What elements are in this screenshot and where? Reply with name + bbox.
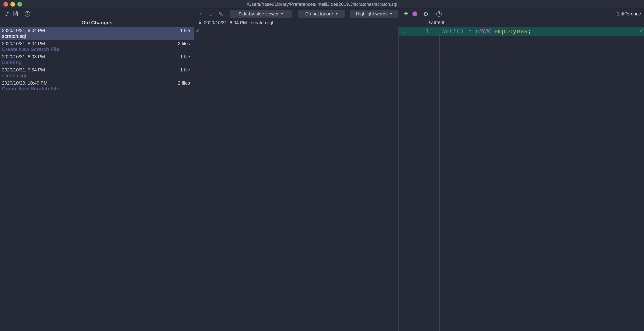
difference-count: 1 difference (617, 11, 641, 16)
history-panel: Old Changes 2020/10/31, 8:04 PM1 filescr… (0, 19, 194, 331)
entry-label: Deleting (2, 60, 22, 65)
entry-date: 2020/10/29, 10:49 PM (2, 80, 48, 86)
history-entry[interactable]: 2020/10/29, 10:49 PM2 filesCreate New Sc… (0, 80, 194, 93)
titlebar: /Users/fraser/Library/Preferences/Intell… (0, 0, 644, 9)
diff-left-title-text: 2020/10/31, 8:04 PM - scratch.sql (204, 20, 273, 25)
previous-difference-icon[interactable]: ↑ (198, 11, 204, 16)
collapse-unchanged-icon[interactable] (403, 10, 409, 17)
gear-icon[interactable]: ⚙ (423, 11, 429, 16)
app-window: /Users/fraser/Library/Preferences/Intell… (0, 0, 644, 331)
viewer-type-dropdown[interactable]: Side-by-side viewer (230, 10, 292, 18)
toolbar: ↺ ? ↑ ↓ ✎ Side-by-side viewer Do not ign… (0, 9, 644, 19)
revert-icon[interactable]: ↺ (4, 11, 10, 16)
entry-date: 2020/10/31, 8:04 PM (2, 28, 45, 33)
entry-file-count: 1 file (180, 67, 190, 72)
ignore-policy-dropdown[interactable]: Do not ignore (298, 10, 345, 18)
code-token (472, 28, 476, 35)
entry-date: 2020/10/31, 8:04 PM (2, 41, 45, 46)
entry-label: Create New Scratch File (2, 86, 59, 92)
history-entry[interactable]: 2020/10/31, 8:03 PM1 fileDeleting (0, 53, 194, 66)
entry-meta: 2020/10/31, 8:03 PM1 file (2, 54, 190, 60)
entry-meta: 2020/10/31, 8:04 PM2 files (2, 41, 190, 46)
history-entry[interactable]: 2020/10/31, 7:54 PM1 filescratch.sql (0, 66, 194, 80)
history-entries: 2020/10/31, 8:04 PM1 filescratch.sql2020… (0, 27, 194, 93)
entry-label: Create New Scratch File (2, 46, 59, 52)
entry-label: scratch.sql (2, 33, 26, 39)
entry-meta: 2020/10/31, 8:04 PM1 file (2, 28, 190, 33)
zoom-button[interactable] (17, 2, 22, 6)
entry-date: 2020/10/31, 8:03 PM (2, 54, 45, 60)
chevron-down-icon (390, 13, 392, 15)
entry-date: 2020/10/31, 7:54 PM (2, 67, 45, 72)
chevron-down-icon (281, 13, 284, 15)
window-title: /Users/fraser/Library/Preferences/Intell… (38, 2, 606, 7)
entry-file-count: 2 files (178, 41, 190, 46)
chevron-down-icon (335, 13, 338, 15)
entry-label: scratch.sql (2, 72, 26, 78)
accept-change-icon[interactable]: ✔ (639, 28, 643, 33)
entry-file-count: 1 file (180, 54, 190, 60)
code-line: SELECT * FROM employees; (442, 27, 531, 36)
ignore-policy-label: Do not ignore (305, 11, 333, 16)
highlight-policy-label: Highlight words (356, 11, 388, 16)
code-token: employees (494, 28, 528, 35)
diff-body: ✔ ✔ ⊥ 1 SELECT * FROM employees; (194, 27, 644, 331)
diff-viewer: 2020/10/31, 8:04 PM - scratch.sql Curren… (194, 19, 644, 331)
line-number: 1 (399, 28, 429, 34)
code-token: FROM (476, 28, 490, 35)
magenta-circle-icon[interactable] (412, 11, 417, 16)
code-token (464, 28, 468, 35)
gutter-divider (439, 27, 440, 331)
entry-file-count: 1 file (180, 28, 190, 33)
lock-icon (198, 20, 202, 26)
history-panel-title: Old Changes (0, 19, 194, 27)
next-difference-icon[interactable]: ↓ (208, 11, 214, 16)
history-entry[interactable]: 2020/10/31, 8:04 PM1 filescratch.sql (0, 27, 194, 40)
diff-left-title: 2020/10/31, 8:04 PM - scratch.sql (198, 20, 273, 26)
entry-meta: 2020/10/29, 10:49 PM2 files (2, 80, 190, 86)
code-token: SELECT (442, 28, 464, 35)
edit-source-icon[interactable]: ✎ (218, 11, 224, 16)
viewer-type-label: Side-by-side viewer (238, 11, 278, 16)
patch-file-icon[interactable] (12, 10, 18, 17)
highlight-policy-dropdown[interactable]: Highlight words (350, 10, 398, 18)
accept-change-icon[interactable]: ✔ (196, 28, 200, 33)
diff-header: 2020/10/31, 8:04 PM - scratch.sql Curren… (194, 19, 644, 27)
close-button[interactable] (4, 2, 8, 6)
pane-divider (398, 27, 399, 331)
code-token: ; (528, 28, 531, 35)
entry-meta: 2020/10/31, 7:54 PM1 file (2, 67, 190, 72)
help-icon[interactable]: ? (436, 11, 442, 16)
entry-file-count: 2 files (178, 80, 190, 86)
history-entry[interactable]: 2020/10/31, 8:04 PM2 filesCreate New Scr… (0, 40, 194, 53)
code-token: * (468, 28, 472, 35)
code-token (490, 28, 494, 35)
help-icon[interactable]: ? (25, 11, 30, 16)
minimize-button[interactable] (10, 2, 15, 6)
diff-right-title: Current (429, 20, 444, 25)
